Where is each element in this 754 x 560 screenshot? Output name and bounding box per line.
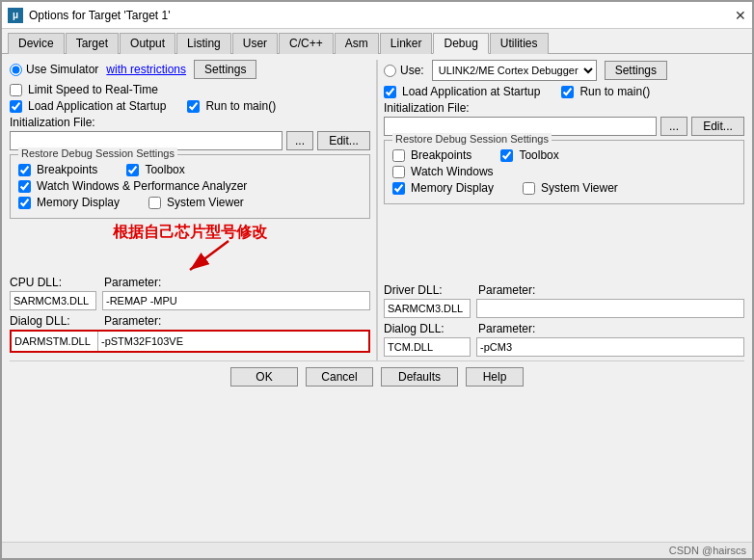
bottom-bar-text: CSDN @hairscs (669, 545, 746, 556)
use-radio-right[interactable] (384, 65, 396, 77)
main-content: Use Simulator with restrictions Settings… (2, 54, 752, 396)
toolbox-right-checkbox[interactable] (500, 149, 513, 162)
breakpoints-right-row: Breakpoints (392, 148, 471, 162)
memory-display-right-label: Memory Display (411, 181, 494, 195)
driver-param-input-right[interactable] (476, 299, 744, 318)
tab-device[interactable]: Device (8, 33, 65, 54)
init-browse-right-btn[interactable]: ... (660, 117, 687, 136)
run-to-main-right-checkbox[interactable] (561, 86, 574, 98)
cancel-button[interactable]: Cancel (306, 367, 373, 387)
restore-group-left-content: Breakpoints Toolbox Watch Windows & Perf… (18, 163, 362, 212)
right-spacer (384, 208, 744, 283)
title-bar-left: μ Options for Target 'Target 1' (8, 8, 170, 23)
system-viewer-left-row: System Viewer (148, 196, 244, 209)
app-icon: μ (8, 8, 23, 23)
window-title: Options for Target 'Target 1' (29, 9, 170, 22)
limit-speed-row: Limit Speed to Real-Time (10, 83, 370, 96)
close-button[interactable]: ✕ (735, 8, 746, 23)
load-app-left-row: Load Application at Startup Run to main(… (10, 99, 370, 113)
tab-output[interactable]: Output (120, 33, 175, 54)
load-app-left-checkbox[interactable] (10, 100, 22, 113)
memory-display-right-row: Memory Display (392, 181, 494, 195)
memory-display-left-row: Memory Display (18, 196, 120, 209)
cpu-param-label-left: Parameter: (104, 276, 161, 289)
tab-utilities[interactable]: Utilities (490, 33, 549, 54)
restore-group-left: Restore Debug Session Settings Breakpoin… (10, 154, 370, 219)
cpu-dll-input-left[interactable] (10, 291, 96, 310)
memory-display-right-checkbox[interactable] (392, 182, 405, 195)
load-app-right-row: Load Application at Startup Run to main(… (384, 85, 744, 98)
tab-linker[interactable]: Linker (380, 33, 433, 54)
run-to-main-right-label: Run to main() (579, 85, 650, 98)
tab-user[interactable]: User (232, 33, 278, 54)
toolbox-right-label: Toolbox (519, 148, 558, 162)
simulator-radio[interactable] (10, 64, 22, 76)
dialog-param-input-right[interactable] (476, 337, 744, 357)
breakpoints-left-label: Breakpoints (37, 163, 97, 176)
run-to-main-left-label: Run to main() (205, 99, 276, 113)
run-to-main-left-checkbox[interactable] (187, 100, 200, 113)
simulator-radio-label[interactable]: Use Simulator (10, 63, 98, 76)
panel-separator (376, 60, 378, 360)
cpu-dll-labels-left: CPU DLL: Parameter: (10, 276, 370, 289)
right-settings-btn[interactable]: Settings (605, 61, 667, 80)
tab-target[interactable]: Target (66, 33, 119, 54)
load-app-right-checkbox[interactable] (384, 86, 396, 98)
svg-line-1 (190, 241, 229, 270)
left-settings-btn[interactable]: Settings (194, 60, 256, 79)
defaults-button[interactable]: Defaults (381, 367, 458, 387)
dialog-dll-highlighted-box (10, 330, 370, 353)
use-radio-label-right[interactable]: Use: (384, 64, 424, 77)
driver-param-label-right: Parameter: (478, 283, 535, 297)
system-viewer-right-checkbox[interactable] (523, 182, 535, 195)
system-viewer-left-checkbox[interactable] (148, 197, 161, 209)
ok-button[interactable]: OK (230, 367, 298, 387)
tab-cpp[interactable]: C/C++ (279, 33, 334, 54)
dialog-dll-input-left[interactable] (12, 332, 98, 351)
dialog-dll-input-right[interactable] (384, 337, 471, 357)
debugger-select[interactable]: ULINK2/ME Cortex Debugger (432, 60, 597, 81)
watch-windows-right-row: Watch Windows (392, 165, 736, 178)
watch-windows-right-checkbox[interactable] (392, 166, 405, 178)
init-browse-left-btn[interactable]: ... (286, 131, 313, 150)
restore-group-right-content: Breakpoints Toolbox Watch Windows (392, 148, 736, 198)
restrictions-link[interactable]: with restrictions (106, 63, 186, 76)
bottom-buttons: OK Cancel Defaults Help (10, 360, 744, 392)
dialog-param-input-left[interactable] (98, 332, 368, 351)
tab-bar: Device Target Output Listing User C/C++ … (2, 29, 752, 54)
help-button[interactable]: Help (466, 367, 524, 387)
memory-display-left-checkbox[interactable] (18, 197, 31, 209)
memory-display-left-label: Memory Display (37, 196, 120, 209)
watch-windows-left-checkbox[interactable] (18, 180, 31, 193)
load-app-left-label: Load Application at Startup (28, 99, 166, 113)
init-edit-right-btn[interactable]: Edit... (691, 117, 744, 136)
use-row-right: Use: ULINK2/ME Cortex Debugger Settings (384, 60, 744, 81)
breakpoints-right-checkbox[interactable] (392, 149, 405, 162)
driver-dll-input-right[interactable] (384, 299, 471, 318)
dialog-dll-inputs-right (384, 337, 744, 357)
simulator-label: Use Simulator (26, 63, 98, 76)
limit-speed-checkbox[interactable] (10, 84, 22, 96)
watch-windows-left-label: Watch Windows & Performance Analyzer (37, 179, 247, 193)
tab-listing[interactable]: Listing (176, 33, 231, 54)
restore-group-left-title: Restore Debug Session Settings (18, 147, 177, 159)
toolbox-left-checkbox[interactable] (126, 164, 139, 176)
dialog-dll-labels-left: Dialog DLL: Parameter: (10, 314, 370, 328)
dialog-dll-label-left: Dialog DLL: (10, 314, 96, 328)
breakpoints-left-checkbox[interactable] (18, 164, 31, 176)
dialog-param-label-right: Parameter: (478, 322, 535, 335)
tab-debug[interactable]: Debug (433, 33, 488, 54)
breakpoints-left-row: Breakpoints (18, 163, 97, 176)
driver-dll-label-right: Driver DLL: (384, 283, 471, 297)
toolbox-right-row: Toolbox (500, 148, 558, 162)
system-viewer-left-label: System Viewer (167, 196, 244, 209)
arrow-icon (171, 239, 248, 274)
driver-dll-labels-right: Driver DLL: Parameter: (384, 283, 744, 297)
cpu-param-input-left[interactable] (102, 291, 370, 310)
watch-windows-left-row: Watch Windows & Performance Analyzer (18, 179, 362, 193)
cpu-dll-inputs-left (10, 291, 370, 310)
tab-asm[interactable]: Asm (335, 33, 379, 54)
toolbox-left-row: Toolbox (126, 163, 184, 176)
init-edit-left-btn[interactable]: Edit... (317, 131, 370, 150)
breakpoints-right-label: Breakpoints (411, 148, 471, 162)
